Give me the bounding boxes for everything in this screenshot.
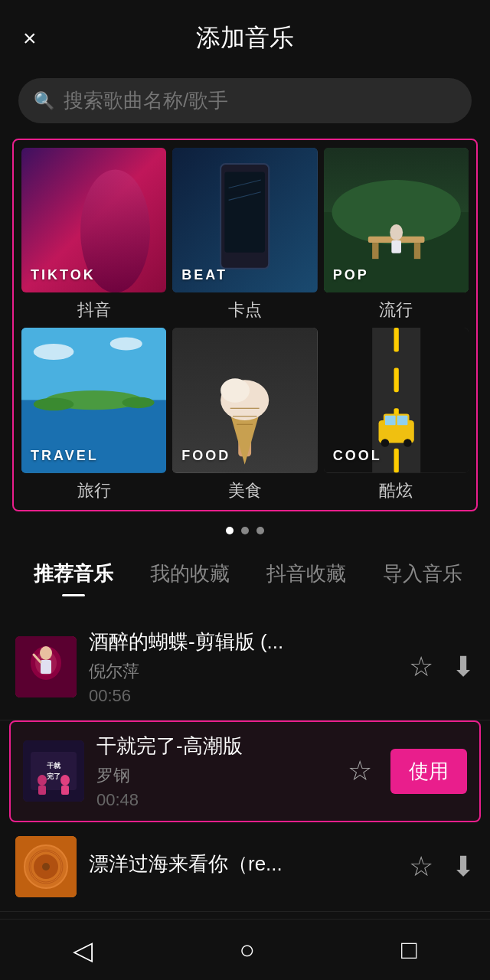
category-thumb-beat: BEAT: [172, 148, 317, 292]
download-icon-song1[interactable]: ⬇: [452, 651, 475, 683]
category-item-tiktok[interactable]: TIKTOK 抖音: [21, 148, 166, 322]
close-button[interactable]: ×: [23, 27, 37, 50]
category-item-cool[interactable]: COOL 酷炫: [324, 328, 469, 501]
svg-rect-9: [372, 243, 378, 259]
music-actions-song3: ☆ ⬇: [409, 851, 475, 883]
category-item-food[interactable]: FOOD 美食: [172, 328, 317, 501]
music-title-song2: 干就完了-高潮版: [96, 733, 335, 760]
svg-point-17: [34, 398, 74, 411]
tab-tiktok-fav[interactable]: 抖音收藏: [248, 553, 364, 599]
category-overlay-food: FOOD: [181, 448, 230, 464]
download-icon-song3[interactable]: ⬇: [452, 851, 475, 883]
svg-rect-31: [394, 328, 398, 352]
music-duration-song1: 00:56: [89, 686, 397, 706]
music-artist-song1: 倪尔萍: [89, 660, 397, 683]
tab-recommended[interactable]: 推荐音乐: [15, 553, 132, 599]
bottom-nav: ◁ ○ □: [0, 919, 490, 980]
music-title-song3: 漂洋过海来看你（re...: [89, 851, 397, 877]
category-item-beat[interactable]: BEAT 卡点: [172, 148, 317, 322]
svg-point-19: [34, 344, 74, 360]
svg-text:干就: 干就: [47, 762, 61, 769]
category-item-travel[interactable]: TRAVEL 旅行: [21, 328, 166, 501]
music-item-song3[interactable]: 漂洋过海来看你（re... ☆ ⬇: [0, 822, 490, 912]
music-artist-song2: 罗钢: [96, 764, 335, 787]
category-overlay-beat: BEAT: [181, 267, 227, 283]
favorite-icon-song2[interactable]: ☆: [348, 755, 372, 787]
music-thumb-song2: 干就 完了: [23, 740, 84, 802]
svg-point-18: [122, 397, 154, 409]
category-grid: TIKTOK 抖音: [21, 148, 469, 502]
category-name-beat: 卡点: [228, 299, 262, 322]
category-overlay-cool: COOL: [333, 448, 382, 464]
category-thumb-cool: COOL: [324, 328, 469, 472]
svg-rect-54: [61, 786, 69, 795]
svg-point-25: [220, 379, 250, 403]
tabs: 推荐音乐 我的收藏 抖音收藏 导入音乐: [0, 553, 490, 599]
search-input[interactable]: [64, 89, 456, 113]
favorite-icon-song3[interactable]: ☆: [409, 851, 433, 883]
pagination-dots: [0, 527, 490, 534]
category-item-pop[interactable]: POP 流行: [324, 148, 469, 322]
category-name-food: 美食: [228, 479, 262, 502]
svg-point-58: [42, 863, 50, 871]
category-name-travel: 旅行: [77, 479, 111, 502]
svg-rect-14: [21, 328, 166, 400]
svg-point-40: [403, 439, 412, 447]
category-overlay-tiktok: TIKTOK: [31, 267, 96, 283]
home-nav-icon[interactable]: ○: [239, 935, 255, 965]
music-actions-song2: ☆ 使用: [348, 749, 467, 794]
dot-1[interactable]: [226, 527, 234, 534]
svg-rect-45: [41, 660, 51, 674]
svg-rect-38: [397, 416, 407, 426]
svg-rect-32: [394, 368, 398, 393]
page-title: 添加音乐: [196, 21, 294, 55]
dot-2[interactable]: [241, 527, 249, 534]
music-title-song1: 酒醉的蝴蝶-剪辑版 (...: [89, 629, 397, 655]
svg-point-20: [110, 338, 142, 351]
category-name-cool: 酷炫: [379, 479, 413, 502]
tab-import[interactable]: 导入音乐: [364, 553, 481, 599]
category-thumb-tiktok: TIKTOK: [21, 148, 166, 292]
music-item-song2[interactable]: 干就 完了 干就完了-高潮版 罗钢 00:48 ☆ 使用: [9, 720, 481, 822]
recent-nav-icon[interactable]: □: [401, 935, 417, 965]
svg-point-11: [390, 224, 403, 240]
dot-3[interactable]: [256, 527, 264, 534]
music-thumb-song3: [15, 836, 77, 897]
music-duration-song2: 00:48: [96, 790, 335, 810]
svg-rect-48: [31, 752, 77, 790]
search-bar: 🔍: [18, 78, 472, 123]
category-name-pop: 流行: [379, 299, 413, 322]
music-actions-song1: ☆ ⬇: [409, 651, 475, 683]
svg-rect-12: [391, 240, 401, 253]
svg-rect-10: [413, 243, 420, 259]
svg-point-51: [38, 775, 47, 786]
svg-point-44: [40, 646, 52, 660]
svg-rect-52: [38, 786, 46, 795]
category-thumb-pop: POP: [324, 148, 469, 292]
back-nav-icon[interactable]: ◁: [73, 935, 93, 965]
svg-rect-37: [385, 416, 396, 426]
music-info-song3: 漂洋过海来看你（re...: [89, 851, 397, 882]
search-icon: 🔍: [34, 91, 54, 111]
category-name-tiktok: 抖音: [77, 299, 111, 322]
music-info-song1: 酒醉的蝴蝶-剪辑版 (... 倪尔萍 00:56: [89, 629, 397, 706]
category-thumb-travel: TRAVEL: [21, 328, 166, 472]
category-overlay-travel: TRAVEL: [31, 448, 99, 464]
svg-rect-34: [394, 449, 398, 473]
music-info-song2: 干就完了-高潮版 罗钢 00:48: [96, 733, 335, 810]
svg-point-39: [381, 439, 389, 447]
favorite-icon-song1[interactable]: ☆: [409, 651, 433, 683]
tab-favorites[interactable]: 我的收藏: [132, 553, 248, 599]
category-thumb-food: FOOD: [172, 328, 317, 472]
music-thumb-song1: [15, 636, 77, 697]
category-overlay-pop: POP: [333, 267, 369, 283]
svg-text:完了: 完了: [47, 772, 60, 780]
header: × 添加音乐: [0, 0, 490, 70]
svg-point-53: [60, 775, 70, 786]
music-item-song1[interactable]: 酒醉的蝴蝶-剪辑版 (... 倪尔萍 00:56 ☆ ⬇: [0, 615, 490, 720]
use-button-song2[interactable]: 使用: [390, 749, 467, 794]
category-section: TIKTOK 抖音: [12, 139, 478, 511]
